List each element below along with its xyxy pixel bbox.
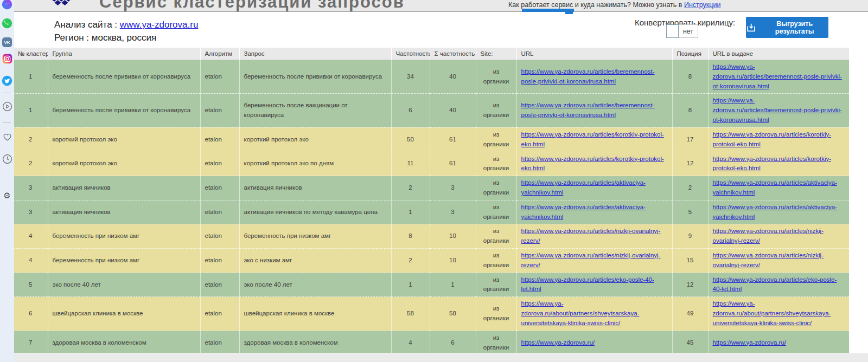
serp-url-link[interactable]: https://www.ya-zdorova.ru/ — [713, 339, 787, 346]
cell-url2: https://www.ya-zdorova.ru/articles/berem… — [708, 60, 849, 94]
column-header: Позиция — [672, 48, 708, 60]
column-header: Запрос — [239, 48, 391, 60]
cell-sum: 6 — [430, 331, 476, 355]
column-header: Site: — [476, 48, 516, 60]
cell-pos: 15 — [672, 249, 708, 273]
url-link[interactable]: https://www.ya-zdorova.ru/articles/korot… — [521, 131, 664, 147]
url-link[interactable]: https://www.ya-zdorova.ru/articles/korot… — [521, 156, 664, 172]
export-results-label: Выгрузить результаты — [761, 20, 828, 35]
url-link[interactable]: https://www.ya-zdorova.ru/articles/aktiv… — [521, 179, 646, 196]
serp-url-link[interactable]: https://www.ya-zdorova.ru/articles/korot… — [713, 156, 832, 172]
cell-group: короткий протокол эко — [48, 127, 200, 152]
table-row: 4беременность при низком амгetalonэко с … — [14, 249, 849, 273]
cell-algo: etalon — [200, 176, 239, 201]
cell-group: здоровая москва в коломенском — [48, 331, 200, 355]
serp-url-link[interactable]: https://www.ya-zdorova.ru/articles/korot… — [713, 131, 832, 147]
cell-query: активация яичников — [239, 176, 391, 201]
cell-site: из органики — [476, 200, 516, 224]
table-row: 1беременность после прививки от коронави… — [14, 94, 849, 127]
cell-query: короткий протокол эко — [239, 127, 391, 152]
cell-pos: 49 — [672, 297, 708, 331]
url-link[interactable]: https://www.ya-zdorova.ru/articles/nizki… — [521, 228, 661, 244]
cell-pos: 2 — [672, 176, 708, 201]
serp-url-link[interactable]: https://www.ya-zdorova.ru/articles/nizki… — [713, 252, 824, 268]
serp-url-link[interactable]: https://www.ya-zdorova.ru/articles/berem… — [713, 97, 842, 123]
url-link[interactable]: https://www.ya-zdorova.ru/about/partners… — [521, 300, 640, 326]
convert-checkbox[interactable] — [666, 24, 679, 38]
serp-url-link[interactable]: https://www.ya-zdorova.ru/articles/aktiv… — [713, 179, 837, 196]
top-header-strip: Сервис кластеризации запросов Как работа… — [14, 0, 868, 12]
url-link[interactable]: https://www.ya-zdorova.ru/articles/berem… — [521, 68, 655, 85]
url-link[interactable]: https://www.ya-zdorova.ru/articles/aktiv… — [521, 204, 646, 220]
cell-freq: 11 — [391, 152, 430, 176]
serp-url-link[interactable]: https://www.ya-zdorova.ru/articles/berem… — [713, 63, 842, 89]
cell-cluster: 3 — [14, 200, 48, 224]
export-results-button[interactable]: Выгрузить результаты — [746, 17, 828, 38]
convert-value[interactable]: нет — [679, 24, 698, 38]
footer-strip — [14, 353, 868, 362]
sidebar-divider — [3, 122, 11, 123]
cell-site: из органики — [476, 152, 516, 176]
cell-site: из органики — [476, 94, 516, 127]
cell-url2: https://www.ya-zdorova.ru/articles/nizki… — [708, 249, 849, 273]
cell-sum: 61 — [430, 127, 476, 152]
messenger-icon[interactable] — [2, 0, 12, 10]
table-row: 4беременность при низком амгetalonбереме… — [14, 224, 849, 249]
region-line: Регион : москва, россия — [54, 31, 198, 44]
cell-url: https://www.ya-zdorova.ru/articles/eko-p… — [516, 273, 672, 297]
cell-site: из органики — [476, 297, 516, 331]
instructions-link[interactable]: Инструкции — [684, 1, 721, 9]
site-link[interactable]: www.ya-zdorova.ru — [120, 20, 199, 30]
cell-sum: 40 — [430, 94, 476, 127]
vk-icon[interactable]: VK — [2, 37, 12, 48]
url-link[interactable]: https://www.ya-zdorova.ru/articles/nizki… — [521, 252, 661, 268]
play-circle-icon[interactable] — [2, 101, 12, 112]
cell-group: беременность при низком амг — [48, 249, 200, 273]
cell-freq: 4 — [391, 331, 430, 355]
cell-site: из органики — [476, 224, 516, 249]
cell-query: эко после 40 лет — [239, 273, 391, 297]
cell-pos: 17 — [672, 127, 708, 152]
help-text-label: Как работает сервис и куда нажимать? Мож… — [508, 1, 684, 9]
cell-url: https://www.ya-zdorova.ru/articles/korot… — [516, 152, 672, 176]
serp-url-link[interactable]: https://www.ya-zdorova.ru/articles/nizki… — [713, 228, 824, 244]
cell-query: беременность после вакцинации от коронав… — [239, 94, 391, 127]
cell-site: из органики — [476, 60, 516, 94]
cell-query: беременность при низком амг — [239, 224, 391, 249]
cell-group: активация яичников — [48, 176, 200, 201]
cell-url: https://www.ya-zdorova.ru/articles/aktiv… — [516, 200, 672, 224]
cell-algo: etalon — [200, 273, 239, 297]
blue-progress-notch — [565, 11, 573, 14]
table-row: 3активация яичниковetalonактивация яични… — [14, 200, 849, 224]
cell-pos: 9 — [672, 224, 708, 249]
table-header-row: № кластерГруппаАлгоритмЗапросЧастотность… — [14, 48, 849, 60]
gear-icon[interactable]: ⚙ — [2, 190, 12, 201]
serp-url-link[interactable]: https://www.ya-zdorova.ru/articles/eko-p… — [713, 276, 837, 293]
cell-cluster: 1 — [14, 60, 48, 94]
url-link[interactable]: https://www.ya-zdorova.ru/articles/berem… — [521, 102, 655, 118]
cell-site: из органики — [476, 273, 516, 297]
cell-url: https://www.ya-zdorova.ru/ — [516, 331, 672, 355]
cell-algo: etalon — [200, 200, 239, 224]
cell-site: из органики — [476, 249, 516, 273]
cell-sum: 3 — [430, 176, 476, 201]
heart-icon[interactable] — [2, 131, 12, 142]
clock-icon[interactable] — [2, 153, 12, 164]
cell-url2: https://www.ya-zdorova.ru/articles/nizki… — [708, 224, 849, 249]
serp-url-link[interactable]: https://www.ya-zdorova.ru/articles/aktiv… — [713, 204, 837, 220]
column-header: URL — [516, 48, 672, 60]
twitter-icon[interactable] — [2, 75, 12, 86]
cell-sum: 58 — [430, 297, 476, 331]
cell-cluster: 4 — [14, 249, 48, 273]
cell-query: активация яичников по методу кавамура це… — [239, 200, 391, 224]
whatsapp-icon[interactable] — [2, 18, 12, 29]
table-row: 2короткий протокол экоetalonкороткий про… — [14, 127, 849, 152]
cell-algo: etalon — [200, 331, 239, 355]
cell-group: активация яичников — [48, 200, 200, 224]
url-link[interactable]: https://www.ya-zdorova.ru/articles/eko-p… — [521, 276, 654, 293]
instagram-icon[interactable] — [2, 53, 12, 64]
cell-freq: 6 — [391, 94, 430, 127]
url-link[interactable]: https://www.ya-zdorova.ru/ — [521, 339, 595, 346]
cell-sum: 1 — [430, 273, 476, 297]
serp-url-link[interactable]: https://www.ya-zdorova.ru/about/partners… — [713, 300, 831, 326]
